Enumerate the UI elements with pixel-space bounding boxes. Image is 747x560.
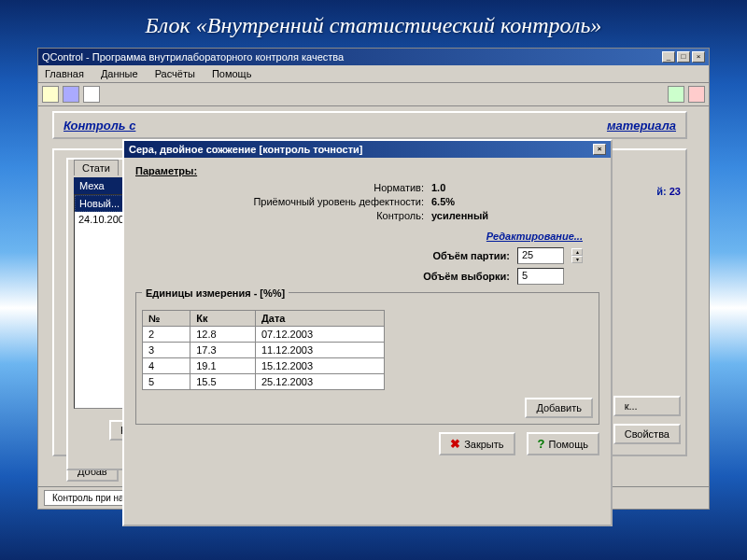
param2-value: 6.5%: [431, 196, 599, 207]
list-tab[interactable]: Стати: [74, 160, 119, 175]
param3-value: усиленный: [431, 210, 599, 221]
app-window: QControl - Программа внутрилабораторного…: [37, 48, 710, 510]
modal-titlebar: Сера, двойное сожжение [контроль точност…: [124, 141, 611, 158]
col-num: №: [143, 311, 190, 327]
table-row[interactable]: 419.115.12.2003: [143, 358, 385, 374]
batch-label: Объём партии:: [433, 250, 510, 261]
modal-close-icon[interactable]: ×: [593, 144, 606, 155]
header-link-left[interactable]: Контроль с: [63, 119, 135, 133]
col-kk: Кк: [190, 311, 256, 327]
param1-value: 1.0: [431, 182, 599, 193]
table-row[interactable]: 212.807.12.2003: [143, 327, 385, 343]
tool-icon-2[interactable]: [688, 86, 705, 103]
batch-input[interactable]: 25: [517, 247, 564, 264]
modal-dialog: Сера, двойное сожжение [контроль точност…: [122, 139, 613, 526]
slide-title: Блок «Внутренний статистический контроль…: [0, 0, 747, 48]
modal-title-text: Сера, двойное сожжение [контроль точност…: [129, 144, 362, 155]
header-panel: Контроль с материала: [52, 111, 687, 139]
open-icon[interactable]: [42, 86, 59, 103]
data-table: № Кк Дата 212.807.12.2003 317.311.12.200…: [142, 310, 385, 390]
maximize-icon[interactable]: □: [677, 51, 690, 63]
table-row[interactable]: 515.525.12.2003: [143, 374, 385, 390]
right-button-k[interactable]: к...: [613, 396, 681, 416]
sample-label: Объём выборки:: [423, 271, 510, 282]
param1-label: Норматив:: [135, 182, 431, 193]
add-row-button[interactable]: Добавить: [525, 398, 593, 418]
params-heading: Параметры:: [135, 165, 599, 176]
units-group: Единицы измерения - [%%] № Кк Дата 212.8…: [135, 292, 599, 425]
minimize-icon[interactable]: _: [662, 51, 675, 63]
menu-calc[interactable]: Расчёты: [152, 67, 198, 80]
param2-label: Приёмочный уровень дефектности:: [135, 196, 431, 207]
table-row[interactable]: 317.311.12.2003: [143, 343, 385, 358]
tool-icon-1[interactable]: [668, 86, 684, 103]
units-group-title: Единицы измерения - [%%]: [142, 287, 289, 299]
col-date: Дата: [256, 311, 385, 327]
right-info: й: 23: [656, 186, 681, 197]
menu-data[interactable]: Данные: [98, 67, 141, 80]
menubar: Главная Данные Расчёты Помощь: [38, 65, 709, 83]
menu-main[interactable]: Главная: [42, 67, 87, 80]
question-icon: ?: [538, 437, 545, 451]
header-link-right[interactable]: материала: [607, 119, 676, 133]
spinner-up-icon[interactable]: ▴: [571, 248, 583, 256]
close-icon[interactable]: ×: [692, 51, 705, 63]
spinner-down-icon[interactable]: ▾: [571, 256, 583, 263]
print-icon[interactable]: [83, 86, 100, 103]
x-icon: ✖: [450, 437, 460, 451]
close-button[interactable]: ✖Закрыть: [439, 432, 514, 455]
app-title: QControl - Программа внутрилабораторного…: [42, 51, 344, 63]
titlebar: QControl - Программа внутрилабораторного…: [38, 49, 709, 65]
toolbar: [38, 83, 709, 106]
sample-input[interactable]: 5: [517, 268, 564, 285]
edit-link[interactable]: Редактирование...: [135, 231, 583, 242]
content-area: Контроль с материала й: 23 к... Свойства…: [38, 106, 709, 498]
save-icon[interactable]: [63, 86, 79, 103]
help-button[interactable]: ?Помощь: [527, 432, 599, 455]
menu-help[interactable]: Помощь: [209, 67, 255, 80]
param3-label: Контроль:: [135, 210, 431, 221]
properties-button[interactable]: Свойства: [613, 424, 681, 444]
